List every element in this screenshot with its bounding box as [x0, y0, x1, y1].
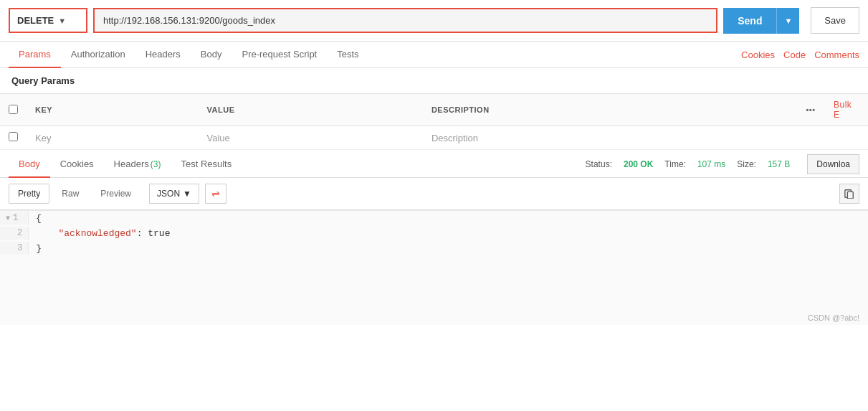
- row-checkbox[interactable]: [9, 132, 18, 141]
- top-bar: DELETE ▼ Send ▼ Save: [0, 0, 868, 42]
- bulk-edit-link[interactable]: Bulk E: [834, 100, 852, 120]
- code-content-3: }: [29, 242, 49, 255]
- copy-icon[interactable]: [839, 184, 859, 204]
- save-button[interactable]: Save: [811, 7, 859, 34]
- status-value: 200 OK: [624, 159, 653, 169]
- send-dropdown-button[interactable]: ▼: [776, 8, 799, 34]
- collapse-arrow-icon[interactable]: ▼: [6, 214, 10, 222]
- size-value: 157 B: [768, 159, 790, 169]
- th-more-options[interactable]: •••: [796, 94, 825, 126]
- format-toolbar: Pretty Raw Preview JSON ▼ ⇌: [0, 178, 868, 210]
- row-key-cell[interactable]: Key: [27, 126, 199, 150]
- toolbar-right-icons: [839, 184, 859, 204]
- size-label: Size:: [737, 159, 756, 169]
- tab-params[interactable]: Params: [9, 42, 61, 68]
- method-chevron-icon: ▼: [58, 16, 66, 25]
- params-table: KEY VALUE DESCRIPTION ••• Bulk E Key Val…: [0, 93, 868, 150]
- download-button[interactable]: Downloa: [807, 154, 859, 174]
- code-link[interactable]: Code: [783, 42, 806, 67]
- row-description-cell[interactable]: Description: [423, 126, 796, 150]
- json-value-acknowledged: true: [148, 228, 170, 239]
- code-line-3: 3 }: [0, 241, 868, 256]
- url-input[interactable]: [103, 15, 707, 26]
- tab-authorization[interactable]: Authorization: [61, 42, 135, 68]
- time-value: 107 ms: [697, 159, 725, 169]
- json-key-acknowledged: "acknowledged": [58, 228, 136, 239]
- tab-prerequest-script[interactable]: Pre-request Script: [232, 42, 327, 68]
- cookies-link[interactable]: Cookies: [741, 42, 775, 67]
- format-dropdown-label: JSON: [157, 189, 180, 199]
- code-content-2: "acknowledged": true: [29, 227, 177, 240]
- th-value: VALUE: [199, 94, 423, 126]
- svg-rect-0: [847, 192, 853, 199]
- headers-count-badge: (3): [151, 159, 161, 169]
- format-dropdown-chevron-icon: ▼: [183, 189, 191, 199]
- select-all-checkbox[interactable]: [9, 105, 18, 114]
- response-status: Status: 200 OK Time: 107 ms Size: 157 B …: [586, 154, 859, 174]
- time-label: Time:: [664, 159, 686, 169]
- code-content-1: {: [29, 212, 49, 225]
- tabs-right-links: Cookies Code Comments: [741, 42, 859, 67]
- url-input-wrapper: [93, 8, 717, 33]
- comments-link[interactable]: Comments: [814, 42, 859, 67]
- tab-body[interactable]: Body: [191, 42, 232, 68]
- tab-headers[interactable]: Headers: [135, 42, 191, 68]
- th-description: DESCRIPTION: [423, 94, 796, 126]
- wrap-icon[interactable]: ⇌: [205, 184, 226, 204]
- send-button[interactable]: Send: [723, 8, 776, 34]
- response-tabs-bar: Body Cookies Headers(3) Test Results Sta…: [0, 151, 868, 178]
- method-label: DELETE: [17, 15, 54, 26]
- query-params-section-title: Query Params: [0, 68, 868, 93]
- watermark: CSDN @?abc!: [0, 311, 868, 325]
- response-tab-headers[interactable]: Headers(3): [104, 151, 171, 178]
- format-preview-button[interactable]: Preview: [91, 184, 140, 204]
- method-dropdown[interactable]: DELETE ▼: [9, 8, 87, 33]
- th-bulk-edit[interactable]: Bulk E: [825, 94, 868, 126]
- response-tab-test-results[interactable]: Test Results: [171, 151, 242, 178]
- row-value-cell[interactable]: Value: [199, 126, 423, 150]
- response-tab-body[interactable]: Body: [9, 151, 50, 178]
- line-number-2: 2: [0, 227, 29, 240]
- send-button-group: Send ▼: [723, 8, 799, 34]
- row-checkbox-cell: [0, 126, 27, 150]
- code-editor: ▼ 1 { 2 "acknowledged": true 3 }: [0, 210, 868, 311]
- status-label: Status:: [586, 159, 612, 169]
- line-number-3: 3: [0, 242, 29, 255]
- code-line-2: 2 "acknowledged": true: [0, 226, 868, 241]
- more-options-icon[interactable]: •••: [806, 105, 815, 114]
- request-tabs-bar: Params Authorization Headers Body Pre-re…: [0, 42, 868, 68]
- format-dropdown[interactable]: JSON ▼: [149, 184, 199, 204]
- code-line-1: ▼ 1 {: [0, 211, 868, 226]
- line-number-1: ▼ 1: [0, 212, 29, 225]
- table-row: Key Value Description: [0, 126, 868, 150]
- th-key: KEY: [27, 94, 199, 126]
- th-checkbox: [0, 94, 27, 126]
- format-raw-button[interactable]: Raw: [52, 184, 88, 204]
- format-pretty-button[interactable]: Pretty: [9, 184, 49, 204]
- response-tab-cookies[interactable]: Cookies: [50, 151, 104, 178]
- tab-tests[interactable]: Tests: [327, 42, 368, 68]
